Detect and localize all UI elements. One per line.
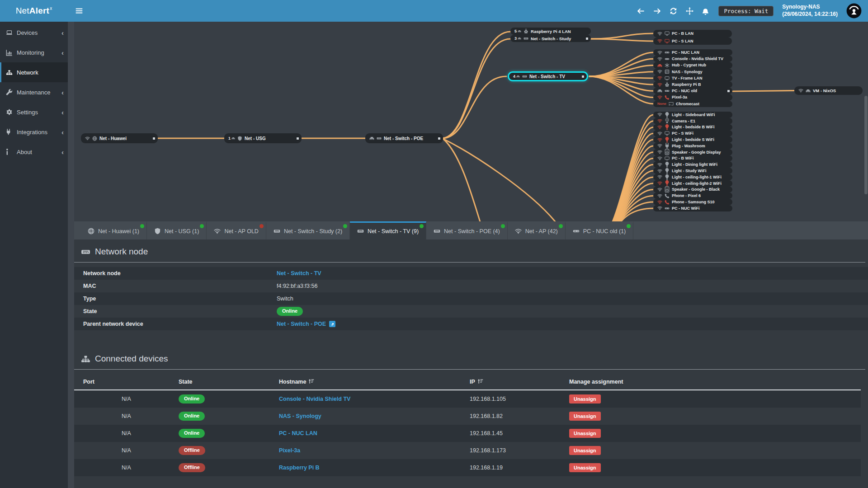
tab-net-switch-study-2-[interactable]: Net - Switch - Study (2) <box>266 221 350 239</box>
unassign-button[interactable]: Unassign <box>569 429 601 438</box>
column-header-ip[interactable]: IP <box>470 379 569 385</box>
topology-leaf-camera-e1[interactable]: Camera - E1 <box>653 118 732 124</box>
column-header-port: Port <box>74 379 179 385</box>
port-number: 5 <box>514 29 521 33</box>
topology-leaf-tv-frame-lan[interactable]: TV - Frame LAN <box>653 75 732 81</box>
collapse-handle[interactable] <box>585 37 589 40</box>
topology-leaf-plug-washroom[interactable]: Plug - Washroom <box>653 143 732 149</box>
unassign-button[interactable]: Unassign <box>569 463 601 472</box>
tab-net-huawei-1-[interactable]: Net - Huawei (1) <box>80 221 147 239</box>
sort-icon[interactable] <box>308 379 314 384</box>
hostname-link[interactable]: Pixel-3a <box>279 447 300 454</box>
unassign-button[interactable]: Unassign <box>569 394 601 404</box>
topology-leaf-pc-s-lan[interactable]: PC - S LAN <box>653 38 732 45</box>
sidebar-item-maintenance[interactable]: Maintenance ‹ <box>0 82 68 102</box>
topology-leaf-pc-nuc-wifi[interactable]: PC - NUC WiFi <box>653 205 732 211</box>
topology-node-net-switch-poe[interactable]: Net - Switch - POE <box>365 133 443 143</box>
laptop-icon <box>6 29 13 36</box>
tab-net-ap-old[interactable]: Net - AP OLD <box>207 221 266 239</box>
collapse-handle[interactable] <box>727 89 730 93</box>
topology-leaf-pc-nuc-lan[interactable]: PC - NUC LAN <box>653 49 732 56</box>
topology-leaf-pc-s-wifi[interactable]: PC - S WiFi <box>653 130 732 136</box>
topology-leaf-pixel-3a[interactable]: Pixel-3a <box>653 94 732 100</box>
sidebar-item-network[interactable]: Network <box>0 62 68 82</box>
topology-link <box>590 59 653 76</box>
sidebar-item-integrations[interactable]: Integrations ‹ <box>0 122 68 142</box>
topology-leaf-phone-pixel-6[interactable]: Phone - Pixel 6 <box>653 192 732 199</box>
device-label: Raspberry Pi B <box>672 82 701 87</box>
topology-leaf-speaker-google-display[interactable]: Speaker - Google Display <box>653 149 732 155</box>
topology-leaf-chromecast[interactable]: NoneChromecast <box>653 101 732 107</box>
topology-leaf-phone-samsung-s10[interactable]: Phone - Samsung S10 <box>653 199 732 205</box>
topology-leaf-light-ceiling-light-2-wifi[interactable]: Light - ceiling-light-2 WiFi <box>653 180 732 187</box>
device-label: Net - Switch - POE <box>384 136 423 141</box>
collapse-handle[interactable] <box>438 137 441 140</box>
collapse-handle[interactable] <box>152 137 156 140</box>
globe-icon <box>88 228 94 235</box>
phone-icon <box>665 95 670 100</box>
sidebar-item-about[interactable]: About ‹ <box>0 142 68 162</box>
topology-leaf-raspberry-pi-4-lan[interactable]: 5Raspberry Pi 4 LAN <box>510 28 591 35</box>
status-dot-red <box>259 224 264 228</box>
sidebar-item-settings[interactable]: Settings ‹ <box>0 102 68 122</box>
detail-value: f4:92:bf:a3:f3:56 <box>277 283 317 289</box>
unassign-button[interactable]: Unassign <box>569 446 601 455</box>
detail-value-link[interactable]: Net - Switch - TV <box>277 270 321 277</box>
topology-node-net-huawei[interactable]: Net - Huawei <box>81 133 158 143</box>
hostname-link[interactable]: Console - Nvidia Shield TV <box>279 396 350 402</box>
topology-link <box>591 33 653 39</box>
external-link-icon[interactable] <box>329 321 335 327</box>
sidebar-item-monitoring[interactable]: Monitoring ‹ <box>0 42 68 62</box>
sidebar-item-label: About <box>17 149 32 155</box>
detail-value-link[interactable]: Net - Switch - POE <box>277 321 326 327</box>
topology-leaf-light-bedside-b-wifi[interactable]: Light - bedside B WiFi <box>653 124 732 131</box>
topology-leaf-light-bedside-s-wifi[interactable]: Light - bedside S WiFi <box>653 136 732 143</box>
sidebar-toggle-icon[interactable] <box>75 7 83 14</box>
wifi-icon <box>657 181 662 185</box>
sidebar-item-devices[interactable]: Devices ‹ <box>0 23 68 42</box>
plug-icon <box>665 143 670 150</box>
topology-leaf-pc-b-wifi[interactable]: PC - B WiFi <box>653 155 732 162</box>
collapse-handle[interactable] <box>581 75 585 78</box>
topology-leaf-speaker-google-black[interactable]: Speaker - Google - Black <box>653 187 732 193</box>
tab-pc-nuc-old-1-[interactable]: PC - NUC old (1) <box>566 221 633 239</box>
topology-node-net-usg[interactable]: 1Net - USG <box>224 133 302 143</box>
column-header-hostname[interactable]: Hostname <box>279 379 470 385</box>
topology-leaf-light-study-wifi[interactable]: Light - Study WiFi <box>653 168 732 174</box>
topology-leaf-vm-nixos[interactable]: VM - NixOS <box>794 86 863 95</box>
topology-leaf-net-switch-study[interactable]: 3Net - Switch - Study <box>510 35 591 42</box>
collapse-handle[interactable] <box>296 137 299 140</box>
notifications-bell-icon[interactable] <box>702 7 710 15</box>
topology-leaf-console-nvidia-shield-tv[interactable]: Console - Nvidia Shield TV <box>653 56 732 62</box>
tab-net-ap-42-[interactable]: Net - AP (42) <box>508 221 566 239</box>
hostname-link[interactable]: PC - NUC LAN <box>279 430 317 436</box>
app-logo[interactable]: NetAlertx <box>0 0 68 22</box>
topology-node-net-switch-tv[interactable]: 4Net - Switch - TV <box>508 71 588 81</box>
nav-forward-icon[interactable] <box>653 7 661 15</box>
tab-net-switch-tv-9-[interactable]: Net - Switch - TV (9) <box>350 221 426 239</box>
column-header-manage-assignment: Manage assignment <box>569 379 861 385</box>
page-scrollbar-thumb[interactable] <box>864 96 868 194</box>
refresh-icon[interactable] <box>670 7 677 15</box>
nav-back-icon[interactable] <box>637 7 645 15</box>
sort-icon[interactable] <box>477 379 483 384</box>
topology-leaf-hub-cygnet-hub[interactable]: Hub - Cygnet Hub <box>653 62 732 68</box>
tab-net-switch-poe-4-[interactable]: Net - Switch - POE (4) <box>426 221 508 239</box>
topology-leaf-pc-b-lan[interactable]: PC - B LAN <box>653 30 732 38</box>
connected-devices-section-header: Connected devices <box>74 354 868 364</box>
topology-leaf-light-ceiling-light-1-wifi[interactable]: Light - ceiling-light-1 WiFi <box>653 174 732 180</box>
hostname-link[interactable]: Raspberry Pi B <box>279 465 320 471</box>
topology-leaf-light-dining-light-wifi[interactable]: Light - Dining light WiFi <box>653 161 732 168</box>
topology-leaf-pc-nuc-old[interactable]: PC - NUC old <box>653 88 732 94</box>
topology-leaf-nas-synology[interactable]: NAS - Synology <box>653 69 732 75</box>
tab-net-usg-1-[interactable]: Net - USG (1) <box>147 221 207 239</box>
state-badge: Online <box>179 394 205 403</box>
wifi-icon <box>657 169 662 173</box>
ethernet-icon <box>806 89 811 93</box>
fullscreen-move-icon[interactable] <box>686 7 693 15</box>
topology-leaf-light-sideboard-wifi[interactable]: Light - Sideboard WiFi <box>653 112 732 118</box>
user-avatar[interactable] <box>846 3 862 19</box>
hostname-link[interactable]: NAS - Synology <box>279 413 321 419</box>
unassign-button[interactable]: Unassign <box>569 412 601 421</box>
topology-leaf-raspberry-pi-b[interactable]: Raspberry Pi B <box>653 81 732 88</box>
